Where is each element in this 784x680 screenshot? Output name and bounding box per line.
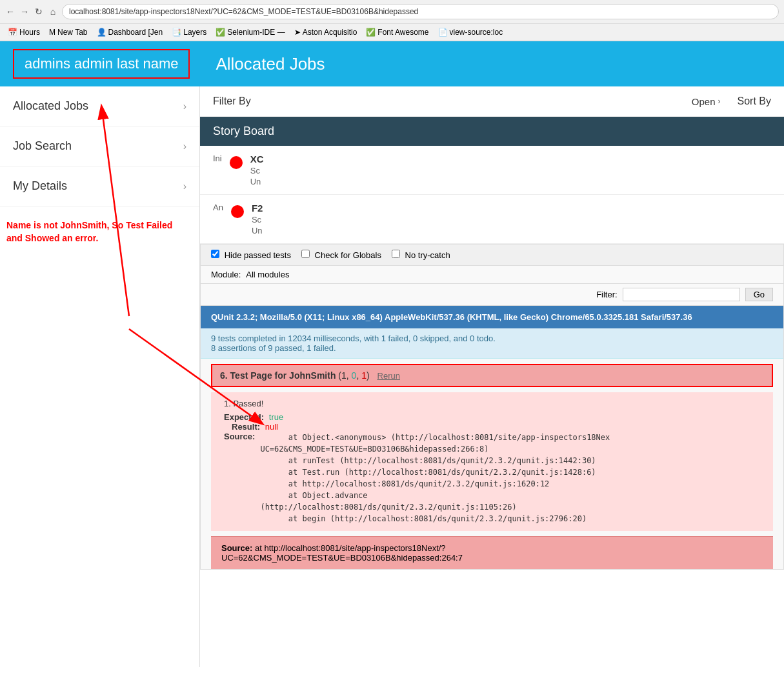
module-value: All modules [246,270,289,279]
forward-button[interactable]: → [19,6,30,17]
results-line2: 8 assertions of 9 passed, 1 failed. [211,343,773,353]
job-sub1-2: Sc [252,215,771,225]
no-try-catch-checkbox[interactable] [392,250,400,258]
failed-test-header: 6. Test Page for JohnSmith (1, 0, 1) Rer… [220,370,764,381]
filter-by-label: Filter By [213,95,251,107]
sidebar-label-job-search: Job Search [13,139,72,153]
job-details-2: F2 Sc Un [252,203,771,235]
job-dot-2 [231,205,244,218]
job-init-label-2: An [213,203,223,212]
bookmark-newtab[interactable]: M New Tab [46,26,90,38]
qunit-filter-row: Filter: Go [201,284,783,306]
test-name: Test Page for JohnSmith [230,370,336,381]
bookmark-hours[interactable]: 📅 Hours [5,26,43,38]
qunit-results-summary: 9 tests completed in 12034 milliseconds,… [201,328,783,359]
job-sub2-2: Un [252,226,771,235]
storyboard-title: Story Board [213,125,274,137]
sidebar-item-allocated-jobs[interactable]: Allocated Jobs › [0,86,199,126]
user-name: admins admin last name [25,55,178,72]
result-val: null [265,422,278,432]
open-arrow-icon: › [718,97,721,106]
job-sub2-1: Un [250,177,771,186]
bookmark-layers[interactable]: 📑 Layers [169,26,209,38]
home-button[interactable]: ⌂ [48,6,58,17]
job-item-1: Ini XC Sc Un [200,146,784,195]
header-title: Allocated Jobs [216,54,325,74]
back-button[interactable]: ← [5,6,15,17]
annotation-area: Name is not JohnSmith, So Test Failed an… [0,206,199,245]
sidebar-label-allocated-jobs: Allocated Jobs [13,99,88,113]
qunit-panel: Hide passed tests Check for Globals No t… [200,244,784,570]
result-label: Result: [232,422,260,432]
job-dot-1 [230,156,243,169]
expected-val: true [269,412,283,422]
bookmarks-bar: 📅 Hours M New Tab 👤 Dashboard [Jen 📑 Lay… [0,23,784,41]
qunit-browser-info: QUnit 2.3.2; Mozilla/5.0 (X11; Linux x86… [201,306,783,328]
module-label: Module: [211,270,241,279]
sidebar: Allocated Jobs › Job Search › My Details… [0,86,200,667]
job-title-1: XC [250,154,771,165]
browser-chrome: ← → ↻ ⌂ localhost:8081/site/app-inspecto… [0,0,784,41]
test-counts: (1, 0, 1) [338,370,369,381]
bookmark-dashboard[interactable]: 👤 Dashboard [Jen [94,26,166,38]
bookmark-viewsource[interactable]: 📄 view-source:loc [436,26,506,38]
check-globals-label[interactable]: Check for Globals [301,250,381,260]
results-line1: 9 tests completed in 12034 milliseconds,… [211,334,773,343]
sidebar-arrow-allocated-jobs: › [183,101,186,112]
open-button[interactable]: Open › [692,96,721,107]
result-row: Result: null [224,422,760,432]
go-button[interactable]: Go [745,288,773,301]
source-row: Source: at Object.<anonymous> (http://lo… [224,432,760,525]
check-globals-checkbox[interactable] [301,250,310,258]
content-area: Filter By Open › Sort By Story Board Ini… [200,86,784,667]
sidebar-item-job-search[interactable]: Job Search › [0,126,199,166]
test-number: 6. [220,370,228,381]
source-label: Source: [224,432,255,441]
source-footer: Source: at http://localhost:8081/site/ap… [211,536,773,569]
hide-passed-checkbox[interactable] [211,250,219,258]
expected-row: Expected: true [224,412,760,422]
bookmark-fontawesome[interactable]: ✅ Font Awesome [363,26,431,38]
sidebar-label-my-details: My Details [13,179,67,193]
sidebar-item-my-details[interactable]: My Details › [0,166,199,206]
annotation-text: Name is not JohnSmith, So Test Failed an… [6,220,172,243]
reload-button[interactable]: ↻ [34,6,44,17]
sort-by-label: Sort By [738,95,771,107]
source-footer-label: Source: [221,543,252,553]
filter-bar: Filter By Open › Sort By [200,86,784,117]
failed-test-block: 6. Test Page for JohnSmith (1, 0, 1) Rer… [211,364,773,387]
qunit-filter-input[interactable] [623,288,740,301]
job-details-1: XC Sc Un [250,154,771,186]
app-header: admins admin last name Allocated Jobs [0,41,784,86]
sidebar-arrow-my-details: › [183,181,186,192]
url-text: localhost:8081/site/app-inspectors18Next… [69,7,418,16]
main-container: Allocated Jobs › Job Search › My Details… [0,86,784,667]
open-label: Open [692,96,716,107]
passed-text: 1. Passed! [224,399,760,408]
sidebar-arrow-job-search: › [183,141,186,152]
job-sub1-1: Sc [250,166,771,175]
test-detail: 1. Passed! Expected: true Result: null S… [211,392,773,531]
browser-toolbar: ← → ↻ ⌂ localhost:8081/site/app-inspecto… [0,0,784,23]
browser-info-text: QUnit 2.3.2; Mozilla/5.0 (X11; Linux x86… [211,312,692,322]
expected-label: Expected: [224,412,264,422]
qunit-module-row: Module: All modules [201,266,783,284]
job-title-2: F2 [252,203,771,214]
rerun-button[interactable]: Rerun [377,371,400,381]
storyboard-header: Story Board [200,117,784,146]
no-try-catch-label[interactable]: No try-catch [392,250,450,260]
user-box: admins admin last name [13,49,190,79]
job-init-label-1: Ini [213,154,222,163]
filter-text-label: Filter: [596,290,618,299]
source-text: at Object.<anonymous> (http://localhost:… [260,432,610,525]
bookmark-selenium[interactable]: ✅ Selenium-IDE — [213,26,287,38]
hide-passed-label[interactable]: Hide passed tests [211,250,291,260]
source-footer-text: at http://localhost:8081/site/app-inspec… [221,543,463,563]
job-item-2: An F2 Sc Un [200,195,784,244]
address-bar[interactable]: localhost:8081/site/app-inspectors18Next… [62,4,779,19]
bookmark-aston[interactable]: ➤ Aston Acquisitio [292,26,360,38]
qunit-options: Hide passed tests Check for Globals No t… [201,245,783,266]
